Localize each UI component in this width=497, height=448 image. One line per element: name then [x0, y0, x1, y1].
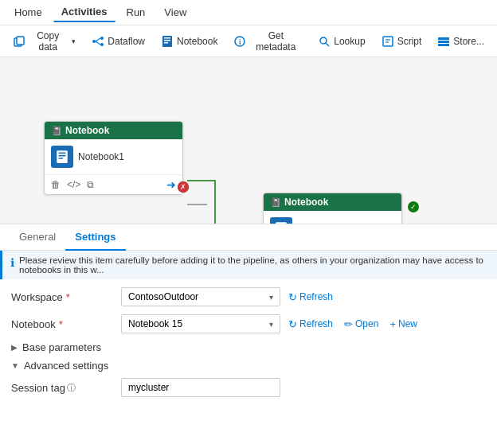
- notebook1-book-icon: [51, 146, 73, 168]
- info-icon: ℹ: [10, 256, 14, 269]
- notebook-toolbar-button[interactable]: Notebook: [155, 32, 224, 51]
- menu-bar: Home Activities Run View: [0, 0, 497, 25]
- session-tag-control: [121, 378, 486, 397]
- notebook-refresh-button[interactable]: ↻ Refresh: [285, 317, 336, 332]
- tab-settings[interactable]: Settings: [65, 224, 125, 251]
- notebook-control: Notebook 15 ▾ ↻ Refresh ✏ Open + New: [121, 314, 486, 333]
- dataflow-button[interactable]: Dataflow: [85, 32, 151, 51]
- workspace-select[interactable]: ContosoOutdoor ▾: [121, 287, 280, 306]
- notebook-new-button[interactable]: + New: [386, 317, 421, 332]
- store-icon: [437, 35, 450, 48]
- script-button[interactable]: Script: [375, 32, 429, 51]
- bottom-panel: General Settings ℹ Please review this it…: [0, 224, 497, 413]
- advanced-settings-toggle[interactable]: ▼ Advanced settings: [11, 360, 486, 372]
- base-parameters-toggle[interactable]: ▶ Base parameters: [11, 341, 486, 353]
- pipeline-canvas[interactable]: 📓 Notebook Notebook1 🗑 </> ⧉ ➜: [0, 57, 497, 224]
- lookup-icon: [318, 35, 331, 48]
- copy-data-button[interactable]: Copy data ▾: [6, 27, 82, 56]
- advanced-settings-chevron: ▼: [11, 361, 19, 370]
- svg-line-5: [96, 38, 100, 41]
- menu-run[interactable]: Run: [119, 3, 154, 21]
- svg-text:i: i: [239, 38, 241, 46]
- svg-rect-10: [164, 42, 168, 44]
- svg-rect-23: [59, 152, 66, 154]
- svg-point-3: [100, 37, 104, 40]
- session-tag-row: Session tag ⓘ: [11, 378, 486, 397]
- notebook-select-chevron: ▾: [269, 320, 273, 329]
- workspace-required: *: [66, 291, 70, 303]
- notebook1-header-icon: 📓: [51, 126, 62, 136]
- svg-rect-8: [164, 37, 170, 39]
- notebook1-node[interactable]: 📓 Notebook Notebook1 🗑 </> ⧉ ➜: [44, 121, 183, 195]
- notebook1-header: 📓 Notebook: [45, 122, 182, 139]
- notebook-label: Notebook *: [11, 318, 115, 330]
- svg-point-2: [92, 40, 96, 43]
- dataflow-icon: [92, 35, 104, 48]
- workspace-control: ContosoOutdoor ▾ ↻ Refresh: [121, 287, 486, 306]
- settings-form: Workspace * ContosoOutdoor ▾ ↻ Refresh N…: [0, 279, 497, 413]
- node2-success-indicator: ✓: [408, 201, 419, 212]
- notebook-required: *: [59, 318, 63, 330]
- svg-rect-20: [438, 44, 449, 46]
- svg-rect-15: [383, 37, 393, 46]
- error-indicator: ✗: [178, 181, 189, 193]
- svg-rect-25: [59, 158, 64, 159]
- notebook-select[interactable]: Notebook 15 ▾: [121, 314, 280, 333]
- menu-home[interactable]: Home: [6, 3, 50, 21]
- workspace-select-chevron: ▾: [269, 293, 273, 302]
- menu-view[interactable]: View: [156, 3, 194, 21]
- get-metadata-icon: i: [233, 35, 246, 48]
- notebook1-footer: 🗑 </> ⧉ ➜: [45, 174, 182, 194]
- notebook1-actions: 🗑 </> ⧉: [51, 179, 94, 190]
- get-metadata-button[interactable]: i Get metadata: [227, 27, 308, 56]
- session-tag-help-icon[interactable]: ⓘ: [67, 382, 76, 394]
- settings-tabs: General Settings: [0, 224, 497, 251]
- store-button[interactable]: Store...: [431, 32, 491, 51]
- session-tag-input[interactable]: [121, 378, 280, 397]
- notebook-refresh-icon: ↻: [288, 318, 297, 330]
- code-icon[interactable]: </>: [67, 179, 80, 190]
- svg-line-6: [96, 41, 100, 45]
- notebook-row: Notebook * Notebook 15 ▾ ↻ Refresh ✏ Ope…: [11, 314, 486, 333]
- session-tag-label: Session tag ⓘ: [11, 382, 115, 394]
- delete-icon[interactable]: 🗑: [51, 179, 61, 190]
- base-parameters-chevron: ▶: [11, 343, 18, 352]
- workspace-refresh-button[interactable]: ↻ Refresh: [285, 290, 336, 305]
- svg-rect-18: [438, 37, 449, 40]
- node1-arrow: ➜: [166, 178, 176, 191]
- svg-rect-19: [438, 41, 449, 43]
- new-icon: +: [389, 318, 396, 330]
- copy-icon: [13, 35, 25, 48]
- notebook2-header: 📓 Notebook: [264, 193, 401, 211]
- tab-general[interactable]: General: [10, 224, 65, 251]
- open-icon: ✏: [344, 318, 353, 330]
- copy-data-dropdown-arrow: ▾: [72, 37, 76, 45]
- notebook-open-button[interactable]: ✏ Open: [341, 317, 382, 332]
- svg-rect-27: [278, 224, 285, 224]
- svg-point-13: [320, 37, 327, 44]
- svg-rect-26: [276, 222, 287, 224]
- workspace-row: Workspace * ContosoOutdoor ▾ ↻ Refresh: [11, 287, 486, 306]
- info-banner: ℹ Please review this item carefully befo…: [0, 251, 497, 279]
- notebook2-body: Notebook2: [264, 211, 401, 224]
- lookup-button[interactable]: Lookup: [311, 32, 371, 51]
- notebook2-header-icon: 📓: [270, 197, 281, 208]
- svg-line-14: [326, 43, 329, 46]
- script-icon: [382, 35, 394, 48]
- workspace-label: Workspace *: [11, 291, 115, 303]
- notebook2-book-icon: [270, 217, 292, 224]
- svg-rect-9: [164, 40, 170, 41]
- toolbar: Copy data ▾ Dataflow Notebook: [0, 25, 497, 57]
- notebook-toolbar-icon: [161, 35, 174, 48]
- svg-rect-1: [17, 37, 24, 45]
- notebook2-node[interactable]: 📓 Notebook Notebook2 ✓: [263, 193, 402, 224]
- svg-rect-24: [59, 155, 66, 157]
- workspace-refresh-icon: ↻: [288, 291, 297, 303]
- menu-activities[interactable]: Activities: [53, 2, 115, 22]
- notebook1-body: Notebook1: [45, 139, 182, 174]
- copy-node-icon[interactable]: ⧉: [87, 179, 94, 190]
- svg-point-4: [100, 43, 104, 46]
